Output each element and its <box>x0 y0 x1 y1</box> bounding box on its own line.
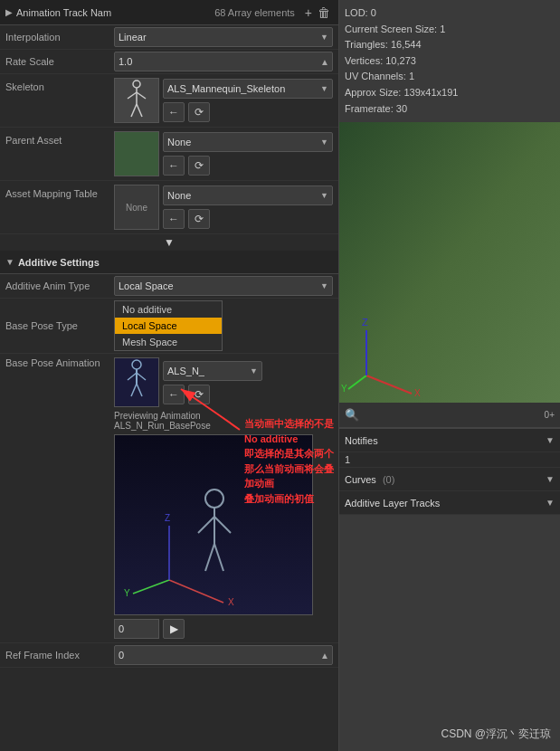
ref-frame-row: Ref Frame Index ▲ <box>0 643 338 668</box>
svg-text:X: X <box>228 597 234 607</box>
interpolation-row: Interpolation Linear <box>0 25 338 50</box>
parent-asset-section: Parent Asset None ← ⟳ <box>0 128 338 181</box>
right-panel: LOD: 0 Current Screen Size: 1 Triangles:… <box>339 0 560 751</box>
svg-line-20 <box>198 517 214 533</box>
additive-layer-row: Additive Layer Tracks ▼ <box>339 491 560 515</box>
rate-scale-label: Rate Scale <box>5 56 114 67</box>
left-panel: ▶ Animation Track Nam 68 Array elements … <box>0 0 339 751</box>
svg-line-9 <box>137 373 146 380</box>
notifies-label: Notifies <box>345 435 546 446</box>
asset-mapping-dropdown[interactable]: None <box>163 185 333 205</box>
interpolation-dropdown[interactable]: Linear <box>114 27 333 47</box>
svg-text:Y: Y <box>124 588 130 598</box>
base-pose-row: Base Pose Animation <box>5 357 333 639</box>
preview-animation-label: Previewing Animation <box>114 411 201 421</box>
asset-mapping-search-button[interactable]: ⟳ <box>188 209 210 229</box>
svg-point-0 <box>133 81 140 88</box>
additive-anim-type-label: Additive Anim Type <box>5 280 114 291</box>
additive-layer-label: Additive Layer Tracks <box>345 498 546 509</box>
previewing-label: Previewing Animation ALS_N_Run_BasePose <box>114 411 333 431</box>
additive-layer-arrow: ▼ <box>546 498 555 508</box>
svg-line-8 <box>128 373 137 380</box>
delete-element-button[interactable]: 🗑 <box>315 5 333 20</box>
additive-anim-type-row: Additive Anim Type Local Space <box>0 274 338 299</box>
asset-mapping-preview-row: None None ← ⟳ <box>114 185 333 230</box>
asset-mapping-label: Asset Mapping Table <box>5 185 114 230</box>
scroll-down-icon: ▼ <box>164 236 175 249</box>
svg-text:X: X <box>414 388 421 398</box>
ref-frame-input[interactable] <box>114 645 333 665</box>
notifies-section: Notifies ▼ 1 Curves (0) ▼ Additive Layer… <box>339 428 560 515</box>
curves-text: Curves <box>345 474 376 485</box>
search-bar: 🔍 0+ <box>339 403 560 428</box>
additive-settings-title: Additive Settings <box>18 257 100 268</box>
base-pose-type-row: Base Pose Type No additive Local Space M… <box>0 299 338 354</box>
base-pose-type-container: Base Pose Type No additive Local Space M… <box>0 299 338 354</box>
play-button[interactable]: ▶ <box>163 619 185 639</box>
array-count: 68 Array elements <box>214 7 295 18</box>
parent-asset-dropdown-area: None ← ⟳ <box>163 132 333 176</box>
approx-size-text: Approx Size: 139x41x191 <box>345 85 555 101</box>
base-pose-type-value: No additive Local Space Mesh Space <box>114 300 333 351</box>
base-pose-dropdown[interactable]: ALS_N_ <box>163 361 262 381</box>
base-pose-animation-section: Base Pose Animation <box>0 354 338 643</box>
base-pose-thumbnail <box>114 357 159 407</box>
base-pose-animation-label: Base Pose Animation <box>5 357 114 639</box>
skeleton-search-button[interactable]: ⟳ <box>188 102 210 122</box>
rate-scale-value: ▲ <box>114 52 333 71</box>
svg-point-18 <box>205 490 223 508</box>
parent-asset-dropdown[interactable]: None <box>163 132 333 152</box>
interpolation-label: Interpolation <box>5 32 114 43</box>
svg-line-13 <box>133 580 169 594</box>
skeleton-label: Skeleton <box>5 78 114 123</box>
parent-asset-back-button[interactable]: ← <box>163 156 185 176</box>
ref-frame-input-wrapper: ▲ <box>114 645 333 665</box>
triangles-text: Triangles: 16,544 <box>345 37 555 53</box>
additive-settings-header[interactable]: ▼ Additive Settings <box>0 251 338 274</box>
base-pose-dropdown-popup: No additive Local Space Mesh Space <box>114 300 223 351</box>
parent-asset-content: None ← ⟳ <box>114 131 333 176</box>
viewport-background-svg: X Y Z <box>339 122 560 403</box>
additive-anim-type-dropdown[interactable]: Local Space <box>114 276 333 296</box>
skeleton-dropdown[interactable]: ALS_Mannequin_Skeleton <box>163 79 333 99</box>
track-name-title: Animation Track Nam <box>16 7 214 18</box>
mannequin-icon <box>115 358 158 406</box>
asset-mapping-thumbnail: None <box>114 185 159 230</box>
asset-mapping-section: Asset Mapping Table None None ← ⟳ <box>0 181 338 234</box>
skeleton-back-button[interactable]: ← <box>163 102 185 122</box>
svg-text:Y: Y <box>341 384 347 394</box>
skeleton-thumbnail <box>114 78 159 123</box>
svg-text:Z: Z <box>165 513 170 523</box>
notifies-count: 1 <box>339 452 560 468</box>
timeline-input[interactable] <box>114 619 159 639</box>
svg-line-10 <box>131 384 137 396</box>
search-input[interactable] <box>363 410 545 421</box>
dropdown-option-local-space[interactable]: Local Space <box>115 318 222 334</box>
skeleton-section: Skeleton ALS <box>0 74 338 128</box>
asset-mapping-content: None None ← ⟳ <box>114 185 333 230</box>
3d-viewport: X Y Z <box>339 122 560 403</box>
add-element-button[interactable]: + <box>302 5 315 20</box>
svg-line-21 <box>214 517 231 533</box>
csdn-label: CSDN @浮沉丶奕迁琼 <box>441 727 551 742</box>
screen-size-text: Current Screen Size: 1 <box>345 22 555 38</box>
rate-scale-input[interactable] <box>114 52 333 71</box>
ref-frame-value: ▲ <box>114 645 333 665</box>
base-pose-back-button[interactable]: ← <box>163 385 185 404</box>
notifies-arrow: ▼ <box>546 435 555 445</box>
vertices-text: Vertices: 10,273 <box>345 53 555 70</box>
svg-line-22 <box>205 544 214 571</box>
svg-point-6 <box>132 360 141 369</box>
skeleton-preview-row: ALS_Mannequin_Skeleton ← ⟳ <box>114 78 333 123</box>
parent-asset-search-button[interactable]: ⟳ <box>188 156 210 176</box>
base-pose-search-button[interactable]: ⟳ <box>188 385 210 404</box>
skeleton-dropdown-wrapper: ALS_Mannequin_Skeleton <box>163 79 333 99</box>
dropdown-option-no-additive[interactable]: No additive <box>115 301 222 318</box>
dropdown-option-mesh-space[interactable]: Mesh Space <box>115 334 222 350</box>
additive-anim-type-value: Local Space <box>114 276 333 296</box>
curves-count: (0) <box>383 474 394 485</box>
asset-mapping-back-button[interactable]: ← <box>163 209 185 229</box>
interpolation-dropdown-wrapper: Linear <box>114 27 333 47</box>
animation-preview-box: X Y Z <box>114 434 313 615</box>
svg-line-11 <box>137 384 142 396</box>
